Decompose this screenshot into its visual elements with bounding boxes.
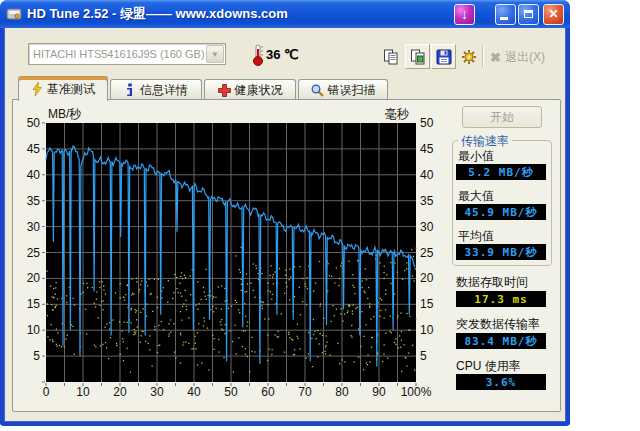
y-right-tick-label: 20 <box>420 271 450 285</box>
close-button[interactable]: ✕ <box>543 4 564 25</box>
maximize-icon <box>524 10 533 18</box>
copy-image-icon <box>410 49 426 65</box>
y-right-tick-label: 10 <box>420 323 450 337</box>
min-label: 最小值 <box>458 148 494 165</box>
y-left-tick-label: 35 <box>4 194 40 208</box>
app-window: HD Tune 2.52 - 绿盟—— www.xdowns.com ↓ ✕ H… <box>0 0 570 426</box>
cpu-usage-label: CPU 使用率 <box>456 358 521 375</box>
tab-info[interactable]: 信息详情 <box>110 79 202 100</box>
y-right-tick-label: 5 <box>420 349 450 363</box>
thermometer-icon <box>251 43 265 67</box>
y-left-tick-label: 5 <box>4 349 40 363</box>
tab-label: 错误扫描 <box>328 82 376 99</box>
save-icon <box>436 49 452 65</box>
y-right-axis-title: 毫秒 <box>385 106 409 123</box>
benchmark-chart <box>46 123 416 382</box>
exit-button[interactable]: ✖ 退出(X) <box>490 46 545 68</box>
options-icon <box>461 49 477 65</box>
copy-to-clipboard-button[interactable] <box>378 44 403 69</box>
y-left-tick-label: 25 <box>4 246 40 260</box>
tab-health[interactable]: 健康状况 <box>204 79 296 100</box>
chart-plot-area <box>46 123 416 382</box>
save-button[interactable] <box>431 44 456 69</box>
tab-error-scan[interactable]: 错误扫描 <box>298 79 388 100</box>
temperature-value: 36 ℃ <box>266 47 299 62</box>
exit-label: 退出(X) <box>505 49 545 66</box>
y-left-tick-label: 20 <box>4 271 40 285</box>
y-left-tick-label: 40 <box>4 168 40 182</box>
y-right-tick-label: 50 <box>420 116 450 130</box>
y-left-tick-label: 45 <box>4 142 40 156</box>
burst-rate-display: 83.4 MB/秒 <box>456 333 546 349</box>
y-right-tick-label: 40 <box>420 168 450 182</box>
minimize-icon <box>500 17 508 20</box>
start-button-label: 开始 <box>490 109 514 126</box>
options-button[interactable] <box>456 44 481 69</box>
exit-x-icon: ✖ <box>490 50 501 65</box>
min-value-display: 5.2 MB/秒 <box>456 164 546 180</box>
start-button[interactable]: 开始 <box>462 106 542 128</box>
copy-screenshot-button[interactable] <box>405 44 430 69</box>
benchmark-icon <box>31 82 43 96</box>
max-label: 最大值 <box>458 188 494 205</box>
y-right-tick-label: 15 <box>420 297 450 311</box>
health-icon <box>218 84 231 97</box>
app-icon <box>6 6 22 22</box>
titlebar: HD Tune 2.52 - 绿盟—— www.xdowns.com ↓ ✕ <box>0 0 570 28</box>
y-right-tick-label: 35 <box>420 194 450 208</box>
tab-label: 健康状况 <box>235 82 283 99</box>
tab-benchmark[interactable]: 基准测试 <box>18 76 108 101</box>
tab-label: 基准测试 <box>47 81 95 98</box>
info-icon <box>124 83 136 97</box>
y-right-tick-label: 30 <box>420 220 450 234</box>
toolbar-separator <box>482 46 484 67</box>
close-icon: ✕ <box>548 8 558 20</box>
y-left-tick-label: 30 <box>4 220 40 234</box>
copy-icon <box>383 49 399 65</box>
y-left-tick-label: 10 <box>4 323 40 337</box>
window-title: HD Tune 2.52 - 绿盟—— www.xdowns.com <box>27 5 288 23</box>
burst-rate-label: 突发数据传输率 <box>456 316 540 333</box>
y-left-tick-label: 50 <box>4 116 40 130</box>
max-value-display: 45.9 MB/秒 <box>456 204 546 220</box>
x-axis-tick-label: 100% <box>394 385 438 399</box>
access-time-display: 17.3 ms <box>456 291 546 307</box>
download-arrow-icon: ↓ <box>461 7 468 21</box>
y-right-tick-label: 25 <box>420 246 450 260</box>
drive-select[interactable]: HITACHI HTS541616J9S (160 GB) ▼ <box>28 43 226 65</box>
y-left-tick-label: 15 <box>4 297 40 311</box>
cpu-usage-display: 3.6% <box>456 374 546 390</box>
chevron-down-icon: ▼ <box>206 45 224 63</box>
maximize-button[interactable] <box>518 4 539 25</box>
download-button[interactable]: ↓ <box>454 4 475 25</box>
avg-value-display: 33.9 MB/秒 <box>456 244 546 260</box>
access-time-label: 数据存取时间 <box>456 274 528 291</box>
scan-icon <box>311 84 324 97</box>
y-left-axis-title: MB/秒 <box>48 106 81 123</box>
tab-label: 信息详情 <box>140 82 188 99</box>
drive-select-value: HITACHI HTS541616J9S (160 GB) <box>29 48 206 60</box>
y-right-tick-label: 45 <box>420 142 450 156</box>
minimize-button[interactable] <box>495 4 516 25</box>
avg-label: 平均值 <box>458 228 494 245</box>
